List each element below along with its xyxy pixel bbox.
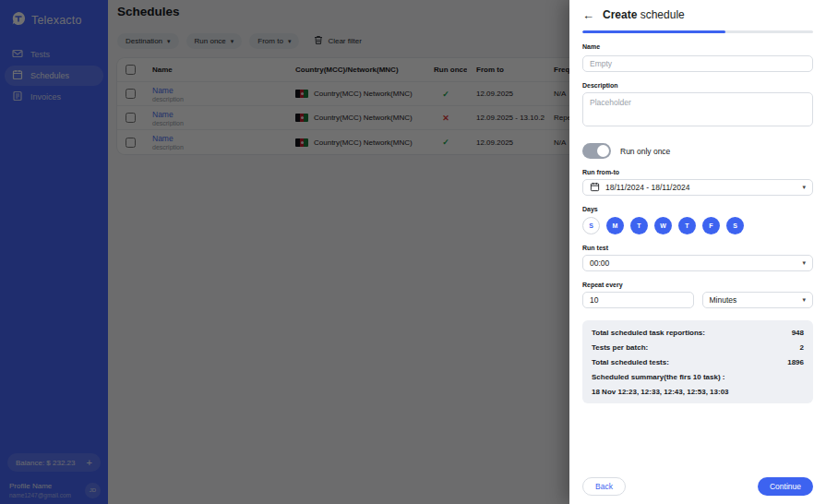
run-from-to-value: 18/11/2024 - 18/11/2024: [605, 183, 796, 192]
progress-fill: [582, 30, 725, 33]
summary-schedule-label: Scheduled summary(the firs 10 task) :: [592, 373, 804, 381]
progress-bar: [582, 30, 813, 33]
continue-button[interactable]: Continue: [758, 477, 813, 496]
summary-schedule-values: 18 Nov 12:23, 12:33, 12:43, 12:53, 13:03: [592, 388, 804, 396]
run-only-once-toggle[interactable]: [582, 143, 611, 159]
summary-value: 1896: [787, 358, 804, 366]
summary-label: Total scheduled tests:: [592, 358, 669, 366]
repeat-every-row: Minutes ▾: [582, 292, 813, 308]
run-test-value: 00:00: [590, 258, 796, 268]
repeat-every-input[interactable]: [582, 292, 694, 308]
name-field[interactable]: [582, 55, 813, 72]
app-window: Telexacto Tests Schedules: [0, 0, 826, 504]
chevron-down-icon: ▾: [802, 184, 806, 191]
back-button[interactable]: Back: [582, 477, 626, 496]
day-toggle-sat[interactable]: S: [726, 217, 744, 234]
day-toggle-tue[interactable]: T: [630, 217, 648, 234]
create-schedule-drawer: ← Create schedule Name Description Run o…: [569, 0, 826, 504]
repeat-unit-value: Minutes: [710, 295, 797, 305]
day-toggle-thu[interactable]: T: [678, 217, 696, 234]
toggle-knob: [597, 145, 609, 157]
day-toggle-sun[interactable]: S: [582, 217, 600, 234]
summary-row: Total scheduled task reportions: 948: [592, 329, 804, 337]
day-toggle-wed[interactable]: W: [654, 217, 672, 234]
run-test-label: Run test: [582, 245, 813, 251]
repeat-every-label: Repeat every: [582, 282, 813, 288]
drawer-header: ← Create schedule: [582, 8, 813, 21]
run-test-select[interactable]: 00:00 ▾: [582, 255, 813, 271]
drawer-footer: Back Continue: [582, 477, 813, 496]
drawer-title: Create schedule: [603, 8, 685, 21]
schedule-summary-box: Total scheduled task reportions: 948 Tes…: [582, 320, 813, 403]
description-label: Description: [582, 82, 813, 89]
summary-label: Tests per batch:: [592, 343, 648, 352]
summary-row: Tests per batch: 2: [592, 343, 804, 352]
summary-label: Total scheduled task reportions:: [592, 329, 705, 337]
run-from-to-select[interactable]: 18/11/2024 - 18/11/2024 ▾: [582, 179, 813, 196]
days-row: S M T W T F S: [582, 217, 813, 234]
back-arrow-icon[interactable]: ←: [582, 9, 594, 21]
overlay-scrim[interactable]: [0, 0, 569, 504]
summary-row: Total scheduled tests: 1896: [592, 358, 804, 366]
day-toggle-mon[interactable]: M: [606, 217, 624, 234]
days-label: Days: [582, 206, 813, 212]
drawer-title-strong: Create: [603, 8, 637, 21]
run-from-to-label: Run from-to: [582, 169, 813, 175]
drawer-title-rest: schedule: [637, 8, 684, 21]
name-label: Name: [582, 43, 813, 50]
day-toggle-fri[interactable]: F: [702, 217, 720, 234]
chevron-down-icon: ▾: [802, 259, 806, 267]
summary-value: 2: [800, 343, 804, 352]
description-field[interactable]: [582, 92, 813, 126]
chevron-down-icon: ▾: [802, 296, 806, 304]
summary-value: 948: [792, 329, 804, 337]
repeat-unit-select[interactable]: Minutes ▾: [702, 292, 814, 308]
run-only-once-row: Run only once: [582, 143, 813, 159]
calendar-icon: [590, 182, 600, 194]
run-only-once-label: Run only once: [620, 147, 670, 156]
